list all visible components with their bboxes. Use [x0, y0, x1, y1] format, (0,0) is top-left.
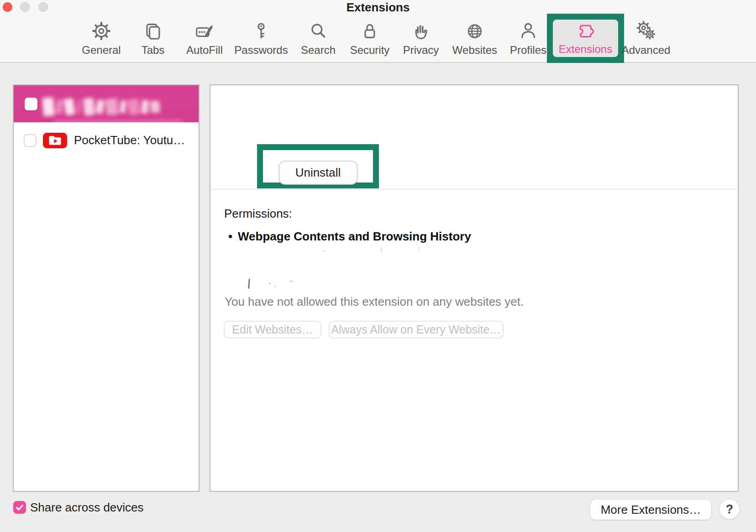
extension-enable-checkbox[interactable] — [24, 134, 37, 147]
extension-row-pockettube[interactable]: PocketTube: Youtu… — [14, 122, 199, 151]
tab-label: General — [74, 44, 129, 57]
window-title: Extensions — [0, 0, 756, 15]
tab-search[interactable]: Search — [291, 21, 346, 62]
extensions-list-panel: PocketTube: Youtu… — [13, 84, 200, 492]
tabs-icon — [142, 21, 163, 42]
tab-label: Search — [291, 44, 346, 57]
annotation-highlight-uninstall: Uninstall — [257, 144, 379, 188]
globe-icon — [464, 21, 485, 42]
tab-privacy[interactable]: Privacy — [394, 21, 448, 62]
puzzle-icon — [575, 21, 596, 42]
uninstall-button-area: Uninstall — [263, 150, 373, 183]
tab-autofill[interactable]: AutoFill — [177, 21, 232, 62]
pockettube-icon — [43, 133, 67, 148]
person-icon — [518, 21, 539, 42]
permission-item-label: Webpage Contents and Browsing History — [238, 229, 471, 243]
smudge-artifact — [418, 246, 420, 251]
tab-label: AutoFill — [177, 44, 232, 57]
redacted-extension-name — [43, 95, 185, 118]
titlebar-toolbar: Extensions General Tabs — [0, 0, 756, 63]
key-icon — [251, 21, 272, 42]
uninstall-button[interactable]: Uninstall — [278, 161, 357, 185]
always-allow-button[interactable]: Always Allow on Every Website… — [329, 321, 504, 339]
smudge-artifact — [289, 281, 294, 282]
tab-label: Websites — [447, 44, 502, 57]
tab-websites[interactable]: Websites — [447, 21, 502, 62]
help-button[interactable]: ? — [719, 499, 740, 519]
tab-label: Privacy — [394, 44, 448, 57]
tab-general[interactable]: General — [74, 21, 129, 62]
safari-preferences-window: Extensions General Tabs — [0, 0, 756, 532]
tab-advanced[interactable]: Advanced — [619, 21, 673, 62]
bullet-marker — [228, 229, 238, 244]
extension-name: PocketTube: Youtu… — [74, 133, 185, 147]
gears-icon — [635, 21, 656, 42]
lock-icon — [359, 21, 380, 42]
magnifier-icon — [308, 21, 329, 42]
tab-label: Extensions — [553, 43, 618, 56]
tab-label: Security — [342, 44, 397, 57]
smudge-artifact — [248, 279, 250, 289]
smudge-artifact — [275, 286, 276, 287]
smudge-artifact — [381, 248, 382, 252]
hand-icon — [410, 21, 431, 42]
edit-websites-button[interactable]: Edit Websites… — [224, 321, 321, 339]
tab-label: Passwords — [234, 44, 289, 57]
permission-item: Webpage Contents and Browsing History — [228, 229, 471, 244]
tab-tabs[interactable]: Tabs — [126, 21, 180, 62]
tab-security[interactable]: Security — [342, 21, 397, 62]
extension-enable-checkbox[interactable] — [25, 98, 37, 110]
annotation-highlight-extensions-tab: Extensions — [547, 14, 624, 63]
share-across-devices-label: Share across devices — [30, 501, 144, 514]
tab-passwords[interactable]: Passwords — [234, 21, 289, 62]
tab-extensions[interactable]: Extensions — [553, 20, 618, 61]
checkmark-icon — [13, 501, 26, 514]
websites-permission-message: You have not allowed this extension on a… — [225, 295, 524, 309]
permissions-heading: Permissions: — [224, 207, 292, 221]
autofill-icon — [194, 21, 215, 42]
tab-label: Advanced — [619, 44, 673, 57]
smudge-artifact — [323, 250, 326, 252]
more-extensions-button[interactable]: More Extensions… — [590, 500, 711, 520]
section-divider — [210, 189, 738, 190]
smudge-artifact — [269, 282, 271, 284]
gear-icon — [91, 21, 112, 42]
extension-detail-panel: Uninstall Permissions: Webpage Contents … — [210, 84, 739, 492]
share-across-devices-checkbox[interactable] — [13, 501, 26, 514]
extensions-tab-highlight: Extensions — [553, 20, 618, 57]
extension-row-selected[interactable] — [14, 85, 199, 122]
tab-label: Tabs — [126, 44, 180, 57]
